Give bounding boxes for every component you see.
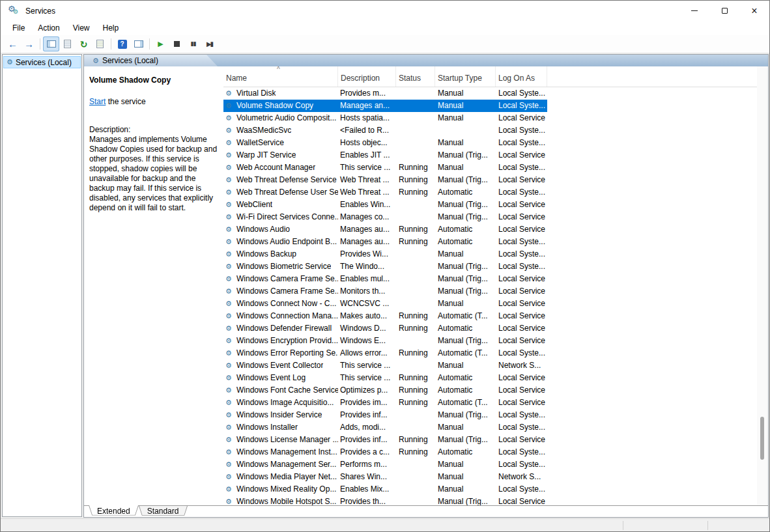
table-row[interactable]: ⚙Windows License Manager ...Provides inf… xyxy=(223,434,547,446)
cell-description: Provides th... xyxy=(338,496,396,505)
show-action-pane-button[interactable] xyxy=(130,36,147,51)
table-row[interactable]: ⚙Wi-Fi Direct Services Conne...Manages c… xyxy=(223,211,547,223)
cell-description: Manages au... xyxy=(338,223,396,236)
table-row[interactable]: ⚙Windows Mobile Hotspot S...Provides th.… xyxy=(223,496,547,505)
service-gear-icon: ⚙ xyxy=(225,238,234,245)
table-row[interactable]: ⚙Windows Event CollectorThis service ...… xyxy=(223,359,547,372)
table-row[interactable]: ⚙Windows AudioManages au...RunningAutoma… xyxy=(223,223,547,236)
tab-standard[interactable]: Standard xyxy=(139,506,188,517)
table-row[interactable]: ⚙Windows Camera Frame Se...Monitors th..… xyxy=(223,285,547,298)
table-row[interactable]: ⚙Windows Management Inst...Provides a c.… xyxy=(223,446,547,458)
service-name: Windows Connection Mana... xyxy=(236,310,338,322)
vertical-scrollbar[interactable] xyxy=(757,66,768,505)
start-service-link[interactable]: Start xyxy=(89,97,106,106)
cell-log_on_as: Local Service xyxy=(496,223,547,236)
service-gear-icon: ⚙ xyxy=(225,226,234,233)
table-row[interactable]: ⚙Windows Image Acquisitio...Provides im.… xyxy=(223,397,547,409)
start-service-button[interactable]: ▶ xyxy=(152,36,169,51)
table-row[interactable]: ⚙Windows Connection Mana...Makes auto...… xyxy=(223,310,547,322)
cell-status xyxy=(396,112,435,124)
cell-status: Running xyxy=(396,310,435,322)
table-row[interactable]: ⚙Windows Media Player Net...Shares Win..… xyxy=(223,471,547,483)
column-header-status[interactable]: Status xyxy=(396,66,435,87)
cell-status: Running xyxy=(396,174,435,186)
service-name: Wi-Fi Direct Services Conne... xyxy=(236,211,338,223)
table-row[interactable]: ⚙Windows Insider ServiceProvides inf...M… xyxy=(223,409,547,421)
cell-status xyxy=(396,298,435,310)
window-controls: × xyxy=(679,1,769,21)
table-row[interactable]: ⚙Warp JIT ServiceEnables JIT ...Manual (… xyxy=(223,149,547,161)
forward-button[interactable]: → xyxy=(21,36,37,51)
table-row[interactable]: ⚙Windows Audio Endpoint B...Manages au..… xyxy=(223,236,547,248)
table-row[interactable]: ⚙Web Account ManagerThis service ...Runn… xyxy=(223,161,547,174)
back-button[interactable]: ← xyxy=(5,36,21,51)
table-row[interactable]: ⚙WaaSMedicSvc<Failed to R...Local Syste.… xyxy=(223,124,547,137)
menu-action[interactable]: Action xyxy=(31,22,66,34)
column-header-name[interactable]: ^ Name xyxy=(223,66,338,87)
cell-startup_type: Manual (Trig... xyxy=(435,211,496,223)
cell-name: ⚙Windows Media Player Net... xyxy=(223,471,338,483)
maximize-button[interactable] xyxy=(709,1,739,21)
cell-status: Running xyxy=(396,322,435,335)
cell-log_on_as: Local Syste... xyxy=(496,347,547,359)
service-action-suffix: the service xyxy=(106,97,145,106)
table-row[interactable]: ⚙Windows Camera Frame Se...Enables mul..… xyxy=(223,273,547,285)
tree-item-services-local[interactable]: ⚙ Services (Local) xyxy=(3,56,81,68)
cell-log_on_as: Local Service xyxy=(496,335,547,347)
refresh-button[interactable]: ↻ xyxy=(76,36,92,51)
cell-startup_type: Manual (Trig... xyxy=(435,260,496,273)
table-row[interactable]: ⚙Volumetric Audio Composit...Hosts spati… xyxy=(223,112,547,124)
service-gear-icon: ⚙ xyxy=(225,313,234,320)
column-header-startup-type[interactable]: Startup Type xyxy=(435,66,496,87)
scrollbar-thumb[interactable] xyxy=(760,417,764,460)
table-row[interactable]: ⚙Web Threat Defense ServiceWeb Threat ..… xyxy=(223,174,547,186)
cell-description: Monitors th... xyxy=(338,285,396,298)
cell-name: ⚙Windows Connect Now - C... xyxy=(223,298,338,310)
table-row[interactable]: ⚙Windows Event LogThis service ...Runnin… xyxy=(223,372,547,384)
table-row[interactable]: ⚙Windows Defender FirewallWindows D...Ru… xyxy=(223,322,547,335)
table-row[interactable]: ⚙Windows Connect Now - C...WCNCSVC ...Ma… xyxy=(223,298,547,310)
cell-log_on_as: Local Service xyxy=(496,211,547,223)
cell-name: ⚙Windows Event Collector xyxy=(223,359,338,372)
table-row[interactable]: ⚙Windows Font Cache ServiceOptimizes p..… xyxy=(223,384,547,397)
service-gear-icon: ⚙ xyxy=(225,263,234,270)
table-row[interactable]: ⚙Web Threat Defense User Se...Web Threat… xyxy=(223,186,547,199)
table-row[interactable]: ⚙Windows InstallerAdds, modi...ManualLoc… xyxy=(223,421,547,434)
table-row[interactable]: ⚙WebClientEnables Win...Manual (Trig...L… xyxy=(223,199,547,211)
panel-header-tab: ⚙ Services (Local) xyxy=(84,55,218,66)
table-row[interactable]: ⚙Windows Error Reporting Se...Allows err… xyxy=(223,347,547,359)
table-row[interactable]: ⚙Volume Shadow CopyManages an...ManualLo… xyxy=(223,100,547,112)
table-row[interactable]: ⚙WalletServiceHosts objec...ManualLocal … xyxy=(223,137,547,149)
table-row[interactable]: ⚙Virtual DiskProvides m...ManualLocal Sy… xyxy=(223,87,547,100)
minimize-button[interactable] xyxy=(679,1,709,21)
list-header: ^ Name Description Status Startup Type L… xyxy=(223,66,757,87)
table-row[interactable]: ⚙Windows Encryption Provid...Windows E..… xyxy=(223,335,547,347)
column-header-description[interactable]: Description xyxy=(338,66,396,87)
cell-description: Manages au... xyxy=(338,236,396,248)
menu-file[interactable]: File xyxy=(6,22,31,34)
stop-service-button[interactable] xyxy=(169,36,185,51)
restart-service-button[interactable]: ▶▮ xyxy=(201,36,218,51)
table-row[interactable]: ⚙Windows Management Ser...Performs m...M… xyxy=(223,458,547,471)
table-row[interactable]: ⚙Windows Biometric ServiceThe Windo...Ma… xyxy=(223,260,547,273)
pause-service-button[interactable]: ▮▮ xyxy=(185,36,201,51)
close-button[interactable]: × xyxy=(739,1,769,21)
cell-log_on_as: Local Syste... xyxy=(496,100,547,112)
show-console-tree-button[interactable] xyxy=(43,36,59,51)
service-name: Warp JIT Service xyxy=(236,149,296,161)
export-list-button[interactable] xyxy=(92,36,108,51)
service-name: Windows Mixed Reality Op... xyxy=(236,483,336,496)
tab-extended[interactable]: Extended xyxy=(89,506,139,517)
cell-description: Manages an... xyxy=(338,100,396,112)
cell-description: Provides im... xyxy=(338,397,396,409)
service-name: Windows Installer xyxy=(236,421,298,434)
properties-button[interactable] xyxy=(59,36,76,51)
menu-view[interactable]: View xyxy=(66,22,96,34)
help-button[interactable]: ? xyxy=(114,36,130,51)
table-row[interactable]: ⚙Windows Mixed Reality Op...Enables Mix.… xyxy=(223,483,547,496)
cell-log_on_as: Local Service xyxy=(496,285,547,298)
table-row[interactable]: ⚙Windows BackupProvides Wi...ManualLocal… xyxy=(223,248,547,260)
cell-startup_type: Manual (Trig... xyxy=(435,335,496,347)
menu-help[interactable]: Help xyxy=(96,22,126,34)
column-header-log-on-as[interactable]: Log On As xyxy=(496,66,547,87)
